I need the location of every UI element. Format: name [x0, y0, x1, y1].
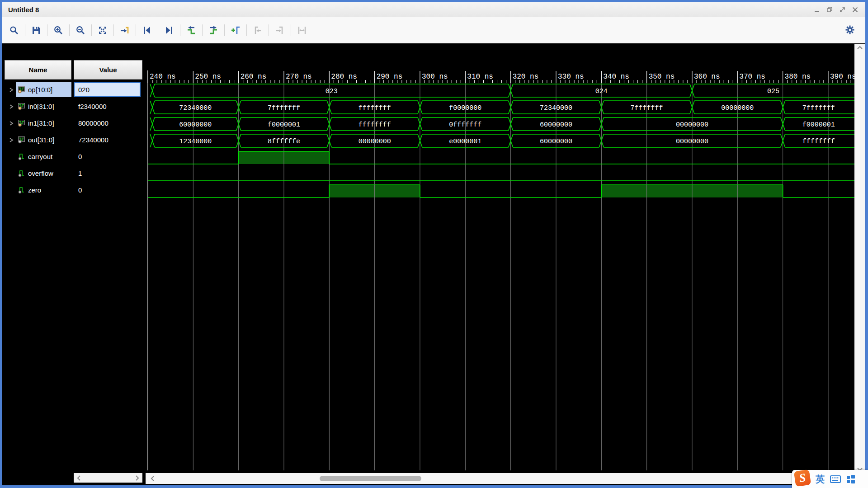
time-ruler: 240 ns250 ns260 ns270 ns280 ns290 ns300 … — [148, 71, 854, 83]
svg-text:00000000: 00000000 — [676, 138, 708, 145]
signal-name-label: out[31:0] — [28, 136, 54, 144]
waveform-panel: Name Value op[10:0]in0[31:0]in1[31:0]out… — [2, 43, 865, 485]
chevron-placeholder — [9, 187, 16, 193]
svg-text:240 ns: 240 ns — [150, 73, 176, 81]
signal-value-out-31-0-[interactable]: 72340000 — [75, 132, 142, 147]
scroll-up-icon[interactable] — [857, 46, 863, 50]
svg-text:00000000: 00000000 — [676, 121, 708, 129]
vertical-scrollbar[interactable] — [854, 44, 865, 473]
svg-text:025: 025 — [767, 88, 779, 95]
svg-text:380 ns: 380 ns — [785, 73, 811, 81]
bus-value-labels: 023024025723400007ffffffffffffffff000000… — [179, 88, 835, 145]
svg-text:60000000: 60000000 — [540, 138, 572, 145]
svg-text:12340000: 12340000 — [179, 138, 212, 145]
scroll-left-icon[interactable] — [150, 475, 155, 482]
expand-chevron-icon[interactable] — [9, 87, 16, 93]
ime-logo-icon[interactable]: S — [794, 469, 811, 487]
go-to-time-icon[interactable] — [118, 23, 132, 38]
ime-toolbar[interactable]: S 英 — [792, 470, 868, 488]
fit-cursors-icon — [295, 23, 309, 38]
go-to-cursor-icon — [273, 23, 287, 38]
wave-row-out — [150, 134, 854, 147]
toolbar-separator — [47, 24, 47, 36]
expand-chevron-icon[interactable] — [9, 137, 16, 143]
signal-value-column: 020f23400008000000072340000010 — [74, 43, 142, 485]
signal-row-zero[interactable]: zero — [5, 183, 71, 197]
minimize-icon[interactable] — [813, 6, 821, 14]
signal-name-label: overflow — [28, 169, 53, 177]
chevron-placeholder — [9, 170, 16, 177]
svg-text:00000000: 00000000 — [721, 104, 754, 112]
expand-chevron-icon[interactable] — [9, 103, 16, 110]
signal-row-out-31-0-[interactable]: out[31:0] — [5, 132, 71, 147]
toolbar-separator — [91, 24, 92, 36]
signal-row-overflow[interactable]: overflow — [5, 166, 71, 181]
value-column-scrollbar[interactable] — [74, 473, 142, 483]
svg-text:290 ns: 290 ns — [377, 73, 403, 81]
svg-text:250 ns: 250 ns — [195, 73, 221, 81]
signal-row-content[interactable]: carryout — [16, 149, 71, 164]
close-icon[interactable] — [851, 6, 859, 14]
ime-language-toggle[interactable]: 英 — [816, 473, 825, 485]
scroll-left-icon[interactable] — [76, 475, 81, 481]
svg-text:350 ns: 350 ns — [649, 73, 675, 81]
bus-signal-icon — [18, 120, 25, 127]
signal-row-content[interactable]: overflow — [16, 166, 71, 181]
svg-text:360 ns: 360 ns — [694, 73, 720, 81]
next-edge-icon[interactable] — [206, 23, 221, 38]
search-icon[interactable] — [7, 23, 21, 38]
restore-icon[interactable] — [826, 6, 834, 14]
svg-text:024: 024 — [595, 88, 608, 95]
scrollbar-thumb[interactable] — [320, 476, 421, 481]
signal-row-content[interactable]: zero — [16, 183, 71, 197]
bit-signal-icon — [18, 153, 25, 160]
next-transition-icon[interactable] — [162, 23, 176, 38]
svg-text:270 ns: 270 ns — [286, 73, 312, 81]
signal-value-in1-31-0-[interactable]: 80000000 — [75, 116, 142, 131]
toolbar-separator — [224, 24, 225, 36]
settings-gear-icon[interactable] — [843, 23, 857, 37]
signal-name-column: op[10:0]in0[31:0]in1[31:0]out[31:0]carry… — [5, 43, 71, 485]
bus-signal-icon — [18, 103, 25, 110]
bus-signal-icon — [18, 136, 25, 144]
signal-row-in0-31-0-[interactable]: in0[31:0] — [5, 99, 71, 114]
svg-text:300 ns: 300 ns — [422, 73, 448, 81]
waveform-plot-area[interactable]: 240 ns250 ns260 ns270 ns280 ns290 ns300 … — [146, 56, 854, 470]
ime-menu-grid-icon[interactable] — [846, 474, 855, 483]
zoom-fit-icon[interactable] — [95, 23, 110, 38]
swap-cursor-icon — [250, 23, 265, 38]
signal-waves — [148, 84, 854, 197]
save-waveform-icon[interactable] — [29, 23, 43, 38]
signal-value-zero[interactable]: 0 — [75, 183, 142, 197]
previous-transition-icon[interactable] — [140, 23, 154, 38]
zoom-in-icon[interactable] — [51, 23, 66, 38]
signal-row-content[interactable]: out[31:0] — [16, 132, 71, 147]
signal-value-in0-31-0-[interactable]: f2340000 — [75, 99, 142, 114]
signal-row-carryout[interactable]: carryout — [5, 149, 71, 164]
svg-text:60000000: 60000000 — [179, 121, 212, 129]
toolbar-separator — [25, 24, 25, 36]
svg-text:f0000000: f0000000 — [449, 104, 481, 112]
toolbar-separator — [269, 24, 269, 36]
expand-chevron-icon[interactable] — [9, 120, 16, 127]
grid-lines — [148, 83, 828, 470]
waveform-viewer-window: Untitled 8 Name Value op[10:0]in0[31:0]i… — [0, 0, 868, 488]
float-icon[interactable] — [838, 6, 846, 14]
signal-row-content[interactable]: op[10:0] — [16, 82, 71, 97]
waveform-canvas[interactable]: 240 ns250 ns260 ns270 ns280 ns290 ns300 … — [146, 56, 854, 470]
signal-name-label: op[10:0] — [28, 86, 52, 94]
previous-edge-icon[interactable] — [184, 23, 198, 38]
signal-row-op-10-0-[interactable]: op[10:0] — [5, 82, 71, 97]
signal-value-overflow[interactable]: 1 — [75, 166, 142, 181]
zoom-out-icon[interactable] — [73, 23, 88, 38]
signal-row-content[interactable]: in1[31:0] — [16, 116, 71, 131]
signal-row-in1-31-0-[interactable]: in1[31:0] — [5, 116, 71, 131]
signal-row-content[interactable]: in0[31:0] — [16, 99, 71, 114]
scroll-right-icon[interactable] — [135, 475, 140, 481]
ime-keyboard-icon[interactable] — [830, 475, 841, 483]
add-marker-icon[interactable] — [228, 23, 243, 38]
signal-value-op-10-0-[interactable]: 020 — [74, 82, 141, 97]
waveform-scrollbar[interactable] — [146, 473, 854, 484]
svg-text:f0000001: f0000001 — [802, 121, 835, 129]
signal-value-carryout[interactable]: 0 — [75, 149, 142, 164]
